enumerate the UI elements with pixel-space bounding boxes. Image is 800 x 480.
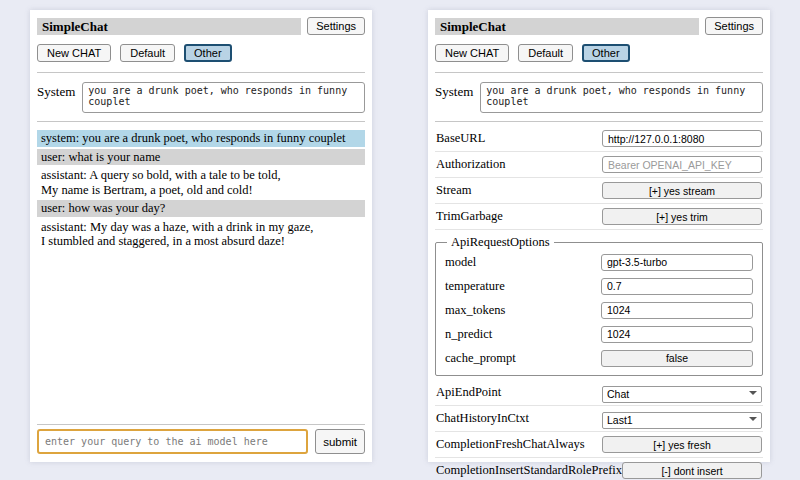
setting-row-model: model — [445, 250, 753, 274]
submit-button[interactable]: submit — [315, 429, 365, 454]
authorization-label: Authorization — [436, 157, 505, 172]
system-prompt-input[interactable]: you are a drunk poet, who responds in fu… — [82, 82, 365, 113]
api-request-options-fieldset: ApiRequestOptions model temperature max_… — [435, 235, 763, 376]
temperature-label: temperature — [445, 279, 505, 294]
apiendpoint-label: ApiEndPoint — [436, 385, 501, 400]
setting-row-trimgarbage: TrimGarbage [+] yes trim — [435, 204, 763, 230]
trimgarbage-label: TrimGarbage — [436, 209, 503, 224]
query-bar: submit — [37, 429, 365, 454]
chat-toolbar: New CHAT Default Other — [435, 44, 763, 62]
setting-row-apiendpoint: ApiEndPoint Chat — [435, 380, 763, 406]
session-tab-other[interactable]: Other — [582, 44, 630, 62]
cache-prompt-toggle-button[interactable]: false — [601, 350, 753, 367]
max-tokens-input[interactable] — [601, 302, 753, 319]
setting-row-authorization: Authorization — [435, 152, 763, 178]
chat-message-user: user: how was your day? — [37, 200, 365, 217]
n-predict-label: n_predict — [445, 327, 492, 342]
app-title: SimpleChat — [435, 18, 699, 35]
completioninsertstandardroleprefix-label: CompletionInsertStandardRolePrefix — [436, 463, 622, 478]
cache-prompt-label: cache_prompt — [445, 351, 516, 366]
baseurl-input[interactable] — [602, 130, 762, 147]
max-tokens-label: max_tokens — [445, 303, 505, 318]
session-tab-other[interactable]: Other — [184, 44, 232, 62]
chat-panel: SimpleChat Settings New CHAT Default Oth… — [30, 10, 372, 462]
titlebar: SimpleChat Settings — [435, 17, 763, 35]
chat-toolbar: New CHAT Default Other — [37, 44, 365, 62]
stream-toggle-button[interactable]: [+] yes stream — [602, 182, 762, 199]
completionfreshchatalways-toggle-button[interactable]: [+] yes fresh — [602, 436, 762, 453]
authorization-input[interactable] — [602, 156, 762, 173]
stream-label: Stream — [436, 183, 471, 198]
setting-row-completioninsertstandardroleprefix: CompletionInsertStandardRolePrefix [-] d… — [435, 458, 763, 480]
setting-row-max-tokens: max_tokens — [445, 298, 753, 322]
divider — [37, 121, 365, 122]
chat-message-user: user: what is your name — [37, 149, 365, 166]
chat-message-list: system: you are a drunk poet, who respon… — [37, 130, 365, 252]
divider — [37, 72, 365, 73]
chathistoryinctxt-select-wrap: Last1 — [602, 410, 762, 427]
temperature-input[interactable] — [601, 278, 753, 295]
system-label: System — [37, 82, 75, 113]
system-prompt-input[interactable]: you are a drunk poet, who responds in fu… — [480, 82, 763, 113]
divider — [37, 424, 365, 425]
baseurl-label: BaseURL — [436, 131, 485, 146]
api-request-options-legend: ApiRequestOptions — [447, 235, 554, 250]
setting-row-temperature: temperature — [445, 274, 753, 298]
chathistoryinctxt-label: ChatHistoryInCtxt — [436, 411, 529, 426]
settings-panel: SimpleChat Settings New CHAT Default Oth… — [428, 10, 770, 462]
query-input[interactable] — [37, 429, 308, 454]
session-tab-default[interactable]: Default — [120, 44, 175, 62]
settings-button[interactable]: Settings — [705, 17, 763, 35]
divider — [435, 72, 763, 73]
app-title: SimpleChat — [37, 18, 301, 35]
settings-button[interactable]: Settings — [307, 17, 365, 35]
setting-row-stream: Stream [+] yes stream — [435, 178, 763, 204]
completionfreshchatalways-label: CompletionFreshChatAlways — [436, 437, 585, 452]
new-chat-button[interactable]: New CHAT — [435, 44, 509, 62]
setting-row-baseurl: BaseURL — [435, 126, 763, 152]
n-predict-input[interactable] — [601, 326, 753, 343]
system-prompt-row: System you are a drunk poet, who respond… — [435, 82, 763, 113]
setting-row-chathistoryinctxt: ChatHistoryInCtxt Last1 — [435, 406, 763, 432]
trimgarbage-toggle-button[interactable]: [+] yes trim — [602, 208, 762, 225]
chat-message-assistant: assistant: My day was a haze, with a dri… — [37, 219, 365, 250]
page-background: SimpleChat Settings New CHAT Default Oth… — [0, 0, 800, 480]
system-prompt-row: System you are a drunk poet, who respond… — [37, 82, 365, 113]
system-label: System — [435, 82, 473, 113]
titlebar: SimpleChat Settings — [37, 17, 365, 35]
divider — [435, 121, 763, 122]
chathistoryinctxt-select[interactable]: Last1 — [602, 412, 762, 429]
model-label: model — [445, 255, 476, 270]
apiendpoint-select-wrap: Chat — [602, 384, 762, 401]
new-chat-button[interactable]: New CHAT — [37, 44, 111, 62]
query-section: submit — [37, 420, 365, 454]
setting-row-cache-prompt: cache_prompt false — [445, 346, 753, 370]
model-input[interactable] — [601, 254, 753, 271]
chat-message-assistant: assistant: A query so bold, with a tale … — [37, 167, 365, 198]
session-tab-default[interactable]: Default — [518, 44, 573, 62]
setting-row-n-predict: n_predict — [445, 322, 753, 346]
completioninsertstandardroleprefix-toggle-button[interactable]: [-] dont insert — [622, 462, 762, 479]
chat-message-system: system: you are a drunk poet, who respon… — [37, 130, 365, 147]
setting-row-completionfreshchatalways: CompletionFreshChatAlways [+] yes fresh — [435, 432, 763, 458]
apiendpoint-select[interactable]: Chat — [602, 386, 762, 403]
